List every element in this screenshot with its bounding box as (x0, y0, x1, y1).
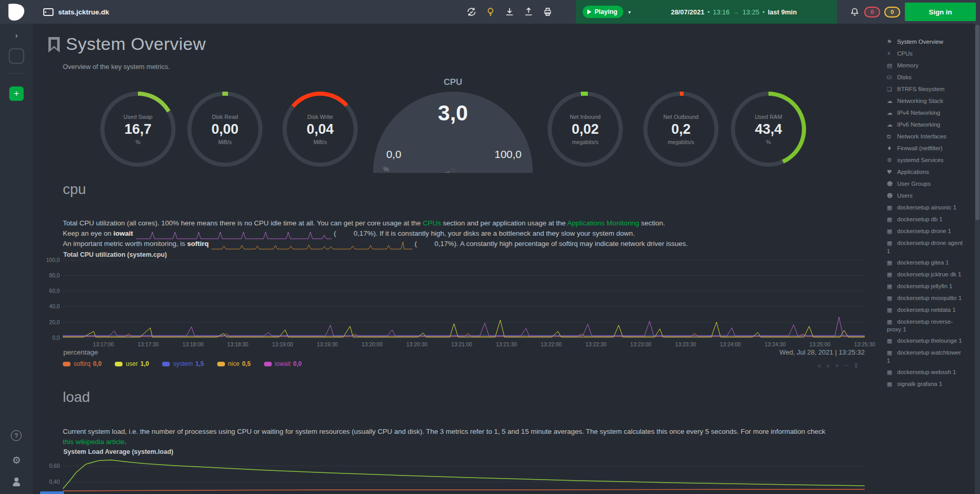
legend-swatch (63, 362, 71, 366)
sidebar-item[interactable]: ▦dockersetup db 1 (887, 216, 964, 224)
sidebar-item[interactable]: ▦dockersetup drone agent 1 (887, 239, 964, 255)
gauge-chart[interactable]: Used Swap 16,7 % (100, 92, 176, 167)
sidebar-item[interactable]: ⛁Disks (887, 74, 964, 82)
gauge-value: 16,7 (125, 121, 152, 137)
sidebar-item-icon: ♥ (887, 169, 897, 177)
sidebar-item-label: dockersetup gitea 1 (897, 259, 949, 266)
sidebar-item[interactable]: ▦dockersetup drone 1 (887, 227, 964, 236)
sidebar-item[interactable]: ⚡CPUs (887, 50, 964, 58)
sidebar-item[interactable]: ▦dockersetup jellyfin 1 (887, 283, 964, 291)
gauge-value: 0,02 (572, 121, 599, 137)
cpu-gauge-max: 100,0 (484, 148, 532, 161)
sidebar-item[interactable]: ☁Networking Stack (887, 97, 964, 105)
legend-value: 0,0 (293, 360, 302, 367)
sidebar-item[interactable]: ▦dockersetup reverse-proxy 1 (887, 318, 964, 333)
cpu-chart-title: Total CPU utilization (system.cpu) (63, 251, 167, 258)
legend-item[interactable]: system 1,5 (162, 360, 204, 367)
cpu-chart[interactable] (63, 260, 865, 339)
sidebar-item-icon: ▦ (887, 228, 897, 236)
add-space-button[interactable]: + (9, 86, 24, 101)
upload-icon[interactable] (523, 6, 534, 17)
gauge-chart[interactable]: Disk Read 0,00 MiB/s (187, 92, 262, 167)
sidebar-item[interactable]: ☁IPv6 Networking (887, 121, 964, 129)
print-icon[interactable] (542, 6, 553, 17)
time-from: 13:16 (713, 8, 730, 16)
help-button[interactable]: ? (11, 430, 22, 441)
sidebar-item[interactable]: ▦dockersetup mosquitto 1 (887, 294, 964, 303)
space-placeholder-button[interactable] (9, 48, 24, 64)
sidebar-item-label: System Overview (897, 39, 943, 45)
sidebar-item[interactable]: ▦dockersetup gitea 1 (887, 259, 964, 267)
sidebar-item[interactable]: ▤Memory (887, 62, 964, 70)
legend-item[interactable]: iowait 0,0 (264, 360, 302, 367)
sidebar-item-icon: ▤ (887, 62, 897, 70)
user-profile-icon[interactable] (13, 478, 20, 487)
alerts-group: 0 0 (849, 0, 900, 24)
sidebar-item[interactable]: ⚑System Overview (887, 38, 964, 46)
load-section-heading: load (63, 389, 90, 405)
legend-value: 1,0 (141, 360, 149, 367)
download-icon[interactable] (504, 6, 515, 17)
legend-item[interactable]: softirq 0,0 (63, 360, 101, 367)
sidebar-item-icon: ☻ (887, 192, 897, 200)
time-control-panel: Playing ▾ 28/07/2021 • 13:16 → 13:25 • l… (576, 0, 837, 24)
legend-name: system (173, 360, 192, 367)
legend-item[interactable]: user 1,0 (115, 360, 149, 367)
sidebar-item[interactable]: ▦dockersetup airsonic 1 (887, 204, 964, 212)
sidebar-item-icon: ▦ (887, 271, 897, 279)
chart-toolbox-icon[interactable]: + (835, 362, 839, 369)
load-chart[interactable] (63, 457, 865, 494)
chart-toolbox-icon[interactable]: » (826, 362, 830, 369)
sidebar-item[interactable]: ☁IPv4 Networking (887, 109, 964, 117)
play-icon (587, 9, 591, 14)
sidebar-item-icon: ☁ (887, 121, 897, 129)
gear-icon[interactable]: ⚙ (0, 454, 33, 466)
gauge-chart[interactable]: Net Inbound 0,02 megabits/s (548, 92, 623, 167)
gauge-chart[interactable]: Disk Write 0,04 MiB/s (283, 92, 358, 167)
legend-swatch (115, 362, 122, 366)
warning-alerts-badge[interactable]: 0 (884, 7, 900, 17)
sidebar-item-icon: ▦ (887, 369, 897, 377)
applications-monitoring-link[interactable]: Applications Monitoring (567, 219, 639, 227)
gauge-chart[interactable]: Net Outbound 0,2 megabits/s (643, 92, 719, 167)
gauge-chart[interactable]: Used RAM 43,4 % (731, 92, 806, 167)
critical-alerts-badge[interactable]: 0 (864, 7, 880, 17)
gauge-label: Disk Read (212, 114, 238, 120)
time-range-display[interactable]: 28/07/2021 • 13:16 → 13:25 • last 9min (631, 8, 837, 16)
netdata-logo-icon[interactable] (5, 2, 26, 23)
expand-chevron-icon[interactable]: › (0, 31, 33, 40)
playing-button[interactable]: Playing (583, 6, 623, 18)
chart-toolbox-icon[interactable]: ⇕ (853, 362, 859, 369)
sign-in-button[interactable]: Sign in (905, 3, 976, 21)
scrollbar-thumb[interactable] (975, 25, 979, 220)
sidebar-item[interactable]: ▦dockersetup webssh 1 (887, 368, 964, 377)
wikipedia-link[interactable]: this wikipedia article (63, 438, 125, 446)
gauge-unit: megabits/s (668, 139, 694, 145)
news-bulb-icon[interactable] (485, 6, 496, 17)
bell-icon[interactable] (849, 7, 860, 17)
sidebar-item[interactable]: ▦signalk grafana 1 (887, 380, 964, 389)
cpu-gauge-title: CPU (371, 77, 535, 87)
sidebar-item[interactable]: ♥Applications (887, 168, 964, 177)
cpu-chart-units-label: percentage (63, 348, 98, 356)
sidebar-item[interactable]: ▦dockersetup thelounge 1 (887, 337, 964, 345)
sidebar-item-icon: ⚙ (887, 157, 897, 165)
sidebar-item[interactable]: ▦dockersetup watchtower 1 (887, 349, 964, 364)
chart-toolbox-icon[interactable]: « (817, 362, 821, 369)
legend-item[interactable]: nice 0,5 (217, 360, 251, 367)
sidebar-item[interactable]: ☻User Groups (887, 180, 964, 188)
sidebar-item[interactable]: ▦dockersetup netdata 1 (887, 306, 964, 314)
sync-check-icon[interactable] (466, 6, 477, 17)
sidebar-item[interactable]: ❏BTRFS filesystem (887, 85, 964, 94)
arrow-right-icon: → (733, 8, 740, 16)
sidebar-item[interactable]: ♦Firewall (netfilter) (887, 145, 964, 153)
sidebar-item-icon: ▦ (887, 216, 897, 224)
legend-name: user (126, 360, 137, 367)
sidebar-item[interactable]: ☻Users (887, 192, 964, 200)
sidebar-item[interactable]: ▦dockersetup jcktrue dk 1 (887, 271, 964, 279)
cpus-link[interactable]: CPUs (423, 219, 441, 227)
sidebar-item-label: Users (897, 192, 913, 199)
chart-toolbox-icon[interactable]: − (844, 362, 848, 369)
sidebar-item[interactable]: ⚙systemd Services (887, 156, 964, 165)
sidebar-item[interactable]: ⧉Network Interfaces (887, 133, 964, 141)
